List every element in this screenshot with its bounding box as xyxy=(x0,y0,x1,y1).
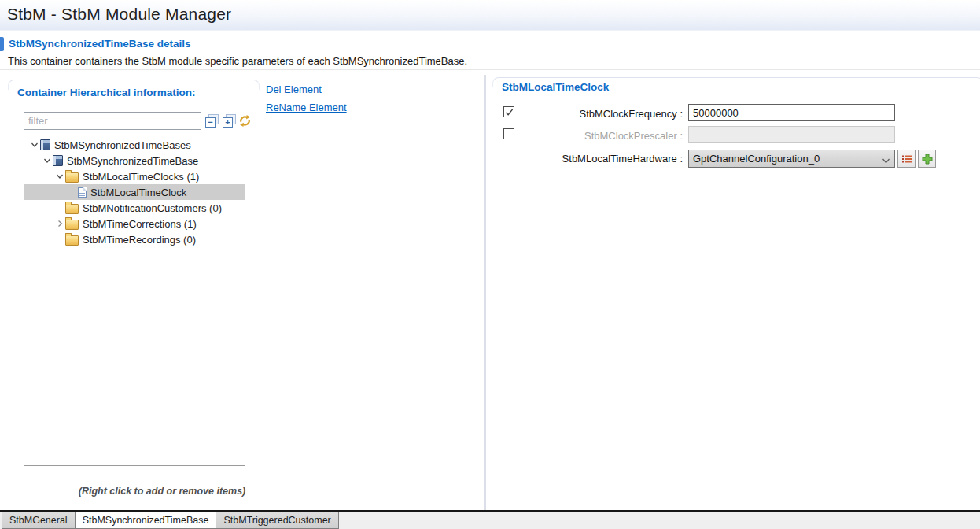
tree-item-stbmtimecorrections[interactable]: StbMTimeCorrections (1) xyxy=(24,216,245,231)
title-bar: StbM - StbM Module Manager xyxy=(0,0,980,31)
tree-item-stbmlocaltimeclocks[interactable]: StbMLocalTimeClocks (1) xyxy=(24,168,245,184)
tab-stbmgeneral[interactable]: StbMGeneral xyxy=(2,512,76,529)
clock-frequency-label: StbMClockFrequency : xyxy=(507,108,683,120)
folder-icon xyxy=(65,172,79,183)
tree-item-stbmlocaltimeclock[interactable]: StbMLocalTimeClock xyxy=(24,184,245,200)
section-separator xyxy=(0,69,980,70)
tree-item-label: StbMTimeRecordings (0) xyxy=(83,234,196,246)
tree-item-label: StbMNotificationCustomers (0) xyxy=(83,202,222,214)
bottom-tab-bar: StbMGeneral StbMSynchronizedTimeBase Stb… xyxy=(0,510,980,529)
add-icon xyxy=(922,154,933,165)
section-accent-bar xyxy=(0,37,4,51)
del-element-link[interactable]: Del Element xyxy=(266,83,322,95)
collapse-all-icon[interactable]: − xyxy=(205,114,219,128)
app-window: StbM - StbM Module Manager StbMSynchroni… xyxy=(0,0,980,529)
folder-icon xyxy=(65,204,79,214)
container-icon xyxy=(40,139,50,150)
folder-icon xyxy=(65,220,79,230)
details-section-title: StbMSynchronizedTimeBase details xyxy=(9,38,191,50)
local-time-hardware-label: StbMLocalTimeHardware : xyxy=(507,153,683,165)
tab-stbmsynchronizedtimebase[interactable]: StbMSynchronizedTimeBase xyxy=(75,512,217,529)
filter-input[interactable] xyxy=(24,112,201,130)
left-panel-title: Container Hierarchical information: xyxy=(17,87,196,98)
clock-prescaler-label: StbMClockPrescaler : xyxy=(507,130,683,142)
selected-option-text: GptChannelConfiguration_0 xyxy=(693,153,820,165)
chevron-right-icon[interactable] xyxy=(54,219,65,228)
list-button[interactable] xyxy=(897,150,916,168)
tree-item-stbmsynchronizedtimebases[interactable]: StbMSynchronizedTimeBases xyxy=(24,137,245,153)
add-button[interactable] xyxy=(918,150,936,168)
tree-item-stbmnotificationcustomers[interactable]: StbMNotificationCustomers (0) xyxy=(24,200,245,216)
tree-item-stbmsynchronizedtimebase[interactable]: StbMSynchronizedTimeBase xyxy=(24,153,245,168)
clock-frequency-input[interactable] xyxy=(688,104,895,121)
page-title: StbM - StbM Module Manager xyxy=(7,5,231,24)
rename-element-link[interactable]: ReName Element xyxy=(266,102,347,113)
expander-spacer xyxy=(54,203,65,213)
tree-item-label: StbMSynchronizedTimeBases xyxy=(54,139,191,151)
local-time-hardware-select[interactable]: GptChannelConfiguration_0 xyxy=(688,150,895,168)
chevron-down-icon[interactable] xyxy=(42,156,53,165)
folder-icon xyxy=(65,235,79,246)
chevron-down-icon[interactable] xyxy=(29,140,40,150)
container-icon xyxy=(53,155,63,166)
expander-spacer xyxy=(67,187,78,197)
expander-spacer xyxy=(54,235,65,244)
chevron-down-icon xyxy=(882,155,890,167)
document-icon xyxy=(78,187,87,198)
tree-item-stbmtimerecordings[interactable]: StbMTimeRecordings (0) xyxy=(24,231,245,247)
chevron-down-icon[interactable] xyxy=(54,172,65,181)
panel-divider xyxy=(484,75,486,510)
tree-item-label: StbMLocalTimeClocks (1) xyxy=(83,171,199,183)
clock-prescaler-input xyxy=(688,126,895,143)
right-panel-title: StbMLocalTimeClock xyxy=(502,81,609,93)
details-description: This container containers the StbM modul… xyxy=(8,55,467,67)
tree-item-label: StbMSynchronizedTimeBase xyxy=(67,155,198,167)
tree-item-label: StbMTimeCorrections (1) xyxy=(83,218,197,230)
refresh-icon[interactable] xyxy=(238,114,252,128)
tree-hint-text: (Right click to add or remove items) xyxy=(24,486,300,497)
container-tree: StbMSynchronizedTimeBases StbMSynchroniz… xyxy=(24,135,245,466)
tree-item-label: StbMLocalTimeClock xyxy=(90,187,186,198)
list-icon xyxy=(901,154,912,164)
tab-stbmtriggeredcustomer[interactable]: StbMTriggeredCustomer xyxy=(216,512,338,529)
expand-all-icon[interactable]: + xyxy=(223,114,236,128)
